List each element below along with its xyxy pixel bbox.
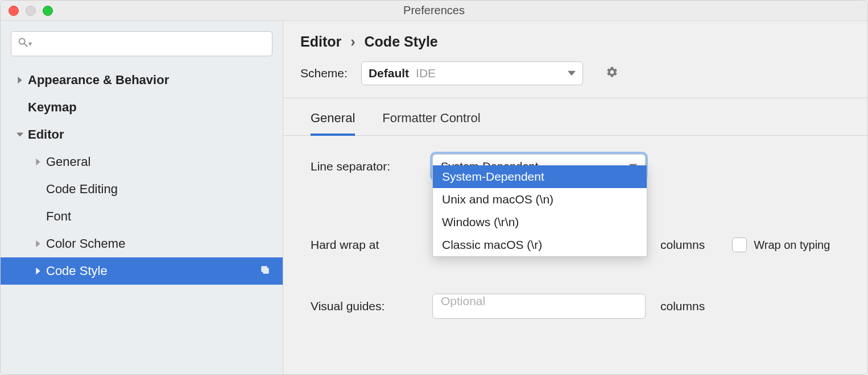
wrap-on-typing-checkbox[interactable]: Wrap on typing <box>732 238 830 252</box>
option-windows[interactable]: Windows (\r\n) <box>433 211 647 234</box>
tab-general[interactable]: General <box>311 111 355 136</box>
breadcrumb-editor[interactable]: Editor <box>300 34 341 50</box>
option-classic-macos[interactable]: Classic macOS (\r) <box>433 234 647 256</box>
content: ▾ Appearance & Behavior Keymap Editor <box>1 21 867 374</box>
form: Line separator: System-Dependent System-… <box>300 136 850 320</box>
visual-guides-input[interactable]: Optional <box>432 294 646 319</box>
scheme-label: Scheme: <box>300 66 348 80</box>
chevron-down-icon <box>568 67 576 80</box>
hard-wrap-label: Hard wrap at <box>311 238 418 252</box>
search-dropdown-icon[interactable]: ▾ <box>28 40 32 48</box>
copy-scheme-icon[interactable] <box>260 264 270 278</box>
line-separator-dropdown: System-Dependent Unix and macOS (\n) Win… <box>432 165 647 257</box>
breadcrumb-code-style: Code Style <box>365 34 438 50</box>
columns-suffix: columns <box>660 238 705 252</box>
scheme-row: Scheme: Default IDE <box>300 61 850 85</box>
divider <box>283 98 867 98</box>
scheme-scope: IDE <box>416 66 436 80</box>
visual-guides-row: Visual guides: Optional columns <box>311 293 850 320</box>
sidebar-item-general[interactable]: General <box>1 148 283 176</box>
sidebar: ▾ Appearance & Behavior Keymap Editor <box>1 21 283 374</box>
sidebar-item-label: Appearance & Behavior <box>28 73 169 88</box>
breadcrumb-separator: › <box>350 34 355 50</box>
sidebar-item-appearance-behavior[interactable]: Appearance & Behavior <box>1 66 283 94</box>
preferences-window: Preferences ▾ Appearance & Behavior <box>0 0 868 375</box>
sidebar-tree: Appearance & Behavior Keymap Editor Gene… <box>1 66 283 285</box>
tab-formatter-control[interactable]: Formatter Control <box>382 111 480 135</box>
sidebar-item-label: Code Editing <box>46 182 118 197</box>
option-system-dependent[interactable]: System-Dependent <box>433 165 647 188</box>
sidebar-item-label: Keymap <box>28 100 77 115</box>
sidebar-item-code-editing[interactable]: Code Editing <box>1 176 283 203</box>
chevron-right-icon <box>16 77 28 84</box>
sidebar-item-editor[interactable]: Editor <box>1 121 283 148</box>
scheme-actions-button[interactable] <box>606 66 618 81</box>
scheme-select[interactable]: Default IDE <box>361 61 583 85</box>
search-input[interactable]: ▾ <box>11 31 272 56</box>
window-title: Preferences <box>1 4 867 17</box>
chevron-down-icon <box>16 131 28 138</box>
sidebar-item-label: Code Style <box>46 264 108 278</box>
option-unix-macos[interactable]: Unix and macOS (\n) <box>433 188 647 211</box>
line-separator-label: Line separator: <box>311 160 418 173</box>
chevron-right-icon <box>35 159 46 165</box>
chevron-right-icon <box>35 240 46 247</box>
search-icon <box>17 36 30 52</box>
columns-suffix: columns <box>660 299 705 313</box>
breadcrumb: Editor › Code Style <box>300 34 850 50</box>
wrap-on-typing-label: Wrap on typing <box>754 239 830 252</box>
sidebar-item-label: Color Scheme <box>46 236 125 251</box>
visual-guides-label: Visual guides: <box>311 299 418 313</box>
sidebar-item-color-scheme[interactable]: Color Scheme <box>1 230 283 257</box>
sidebar-item-label: Font <box>46 209 71 224</box>
titlebar: Preferences <box>1 1 867 21</box>
sidebar-item-label: General <box>46 155 90 169</box>
sidebar-item-keymap[interactable]: Keymap <box>1 94 283 121</box>
tabs: General Formatter Control <box>283 111 867 136</box>
checkbox-icon <box>732 238 747 252</box>
sidebar-item-label: Editor <box>28 127 64 142</box>
sidebar-item-font[interactable]: Font <box>1 203 283 230</box>
svg-rect-1 <box>262 266 267 272</box>
scheme-value: Default <box>369 66 409 80</box>
chevron-right-icon <box>35 268 46 274</box>
sidebar-item-code-style[interactable]: Code Style <box>1 257 283 285</box>
main-panel: Editor › Code Style Scheme: Default IDE … <box>283 21 867 374</box>
